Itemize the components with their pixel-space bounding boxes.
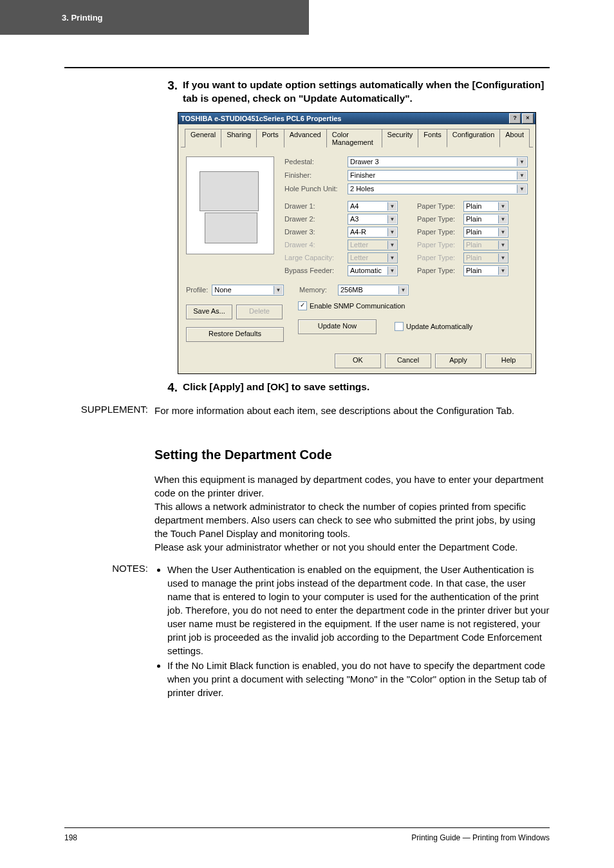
tab-about[interactable]: About xyxy=(499,129,530,147)
save-as-button[interactable]: Save As... xyxy=(186,305,232,319)
page-footer: 198 Printing Guide — Printing from Windo… xyxy=(64,827,550,842)
update-auto-checkbox[interactable]: Update Automatically xyxy=(395,322,472,331)
step-number-4: 4. xyxy=(154,381,183,395)
rule-top xyxy=(64,67,550,68)
tab-fonts[interactable]: Fonts xyxy=(418,129,447,147)
apply-button[interactable]: Apply xyxy=(435,354,481,368)
notes-item: When the User Authentication is enabled … xyxy=(167,563,550,657)
dialog-title: TOSHIBA e-STUDIO451cSeries PCL6 Properti… xyxy=(181,115,341,122)
tab-advanced[interactable]: Advanced xyxy=(284,129,327,147)
close-icon[interactable]: × xyxy=(522,113,534,124)
paper-type-label: Paper Type: xyxy=(417,254,463,261)
profile-label: Profile: xyxy=(186,286,208,294)
enable-snmp-checkbox[interactable]: ✓ Enable SNMP Communication xyxy=(298,301,405,310)
gutter xyxy=(64,426,154,554)
supplement-text: For more information about each item, se… xyxy=(154,404,550,417)
step-text-3: If you want to update option settings au… xyxy=(183,79,550,106)
paper-type-combo: Plain xyxy=(463,252,508,263)
memory-combo[interactable]: 256MB xyxy=(338,285,409,296)
chapter-title: 3. Printing xyxy=(62,13,103,23)
paper-type-combo[interactable]: Plain xyxy=(463,214,508,225)
paper-type-label: Paper Type: xyxy=(417,267,463,274)
field-label: Finisher: xyxy=(284,171,348,179)
tab-sharing[interactable]: Sharing xyxy=(221,129,257,147)
drawer-label: Drawer 2: xyxy=(284,215,348,223)
step-number-3: 3. xyxy=(154,79,183,106)
tab-strip: GeneralSharingPortsAdvancedColor Managem… xyxy=(181,124,533,147)
tab-ports[interactable]: Ports xyxy=(256,129,284,147)
drawer-size-combo[interactable]: A4-R xyxy=(348,227,398,238)
delete-button[interactable]: Delete xyxy=(236,305,283,319)
tab-color-management[interactable]: Color Management xyxy=(326,129,382,147)
drawer-label: Drawer 1: xyxy=(284,202,348,210)
paper-type-label: Paper Type: xyxy=(417,215,463,223)
paper-type-label: Paper Type: xyxy=(417,202,463,210)
checkbox-icon xyxy=(395,322,404,331)
gutter xyxy=(64,79,154,106)
paper-type-label: Paper Type: xyxy=(417,228,463,236)
device-preview xyxy=(186,156,274,254)
field-combo[interactable]: 2 Holes xyxy=(348,184,528,194)
memory-label: Memory: xyxy=(299,286,338,294)
tab-configuration[interactable]: Configuration xyxy=(447,129,500,147)
notes-label: NOTES: xyxy=(64,563,154,701)
drawer-size-combo[interactable]: A3 xyxy=(348,214,398,225)
footer-right: Printing Guide — Printing from Windows xyxy=(411,833,550,842)
drawer-label: Drawer 4: xyxy=(284,241,348,249)
checkbox-icon: ✓ xyxy=(298,301,307,310)
dialog-titlebar: TOSHIBA e-STUDIO451cSeries PCL6 Properti… xyxy=(178,113,535,124)
drawer-size-combo: Letter xyxy=(348,252,398,263)
paper-type-combo[interactable]: Plain xyxy=(463,227,508,238)
chapter-band: 3. Printing xyxy=(0,0,309,35)
cancel-button[interactable]: Cancel xyxy=(385,354,431,368)
section-paragraph: When this equipment is managed by depart… xyxy=(154,473,550,554)
help-icon[interactable]: ? xyxy=(509,113,521,124)
field-label: Pedestal: xyxy=(284,158,348,165)
restore-defaults-button[interactable]: Restore Defaults xyxy=(186,327,284,342)
drawer-label: Drawer 3: xyxy=(284,228,348,236)
tab-general[interactable]: General xyxy=(185,129,221,147)
update-auto-label: Update Automatically xyxy=(406,323,472,330)
paper-type-combo[interactable]: Plain xyxy=(463,201,508,212)
page-number: 198 xyxy=(64,833,77,842)
update-now-button[interactable]: Update Now xyxy=(298,319,377,334)
notes-list: When the User Authentication is enabled … xyxy=(154,563,550,699)
field-combo[interactable]: Finisher xyxy=(348,170,528,181)
properties-dialog: TOSHIBA e-STUDIO451cSeries PCL6 Properti… xyxy=(178,112,536,374)
section-heading: Setting the Department Code xyxy=(154,446,550,464)
notes-item: If the No Limit Black function is enable… xyxy=(167,659,550,699)
drawer-label: Large Capacity: xyxy=(284,254,348,261)
paper-type-label: Paper Type: xyxy=(417,241,463,249)
step-text-4: Click [Apply] and [OK] to save settings. xyxy=(183,381,550,395)
drawer-size-combo[interactable]: A4 xyxy=(348,201,398,212)
drawer-size-combo[interactable]: Automatic xyxy=(348,265,398,276)
field-label: Hole Punch Unit: xyxy=(284,185,348,193)
drawer-label: Bypass Feeder: xyxy=(284,267,348,274)
dialog-help-button[interactable]: Help xyxy=(485,354,532,368)
ok-button[interactable]: OK xyxy=(335,354,381,368)
drawer-size-combo: Letter xyxy=(348,240,398,250)
gutter xyxy=(64,381,154,395)
enable-snmp-label: Enable SNMP Communication xyxy=(310,302,405,310)
profile-combo[interactable]: None xyxy=(212,285,284,296)
tab-security[interactable]: Security xyxy=(382,129,419,147)
supplement-label: SUPPLEMENT: xyxy=(64,404,154,417)
field-combo[interactable]: Drawer 3 xyxy=(348,156,528,167)
paper-type-combo[interactable]: Plain xyxy=(463,265,508,276)
paper-type-combo: Plain xyxy=(463,240,508,250)
